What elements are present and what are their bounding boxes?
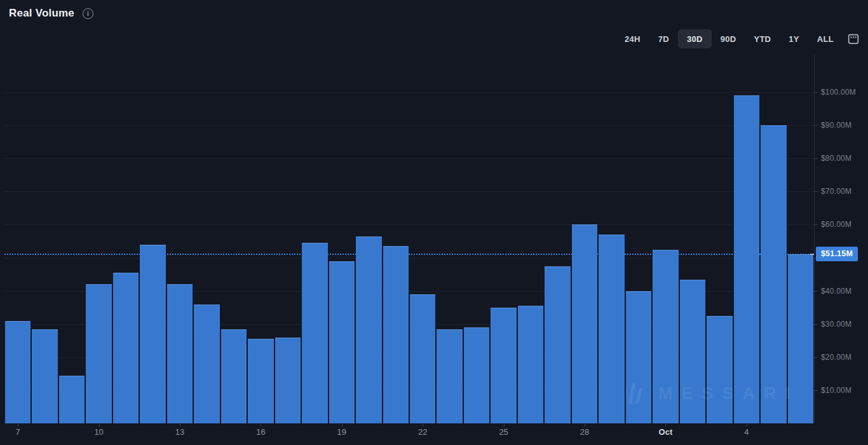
bar[interactable] (113, 273, 139, 423)
y-axis-label: $30.00M (821, 320, 851, 329)
y-axis-label: $70.00M (821, 187, 851, 196)
bar[interactable] (59, 376, 85, 424)
bar[interactable] (599, 235, 624, 423)
x-axis-label: 25 (499, 427, 508, 437)
current-value-tick (810, 254, 814, 255)
bar[interactable] (356, 236, 381, 424)
bar[interactable] (248, 339, 273, 423)
bar[interactable] (518, 306, 543, 423)
x-axis-tick (423, 424, 423, 427)
x-axis-label: 19 (337, 427, 346, 437)
bar[interactable] (194, 305, 219, 424)
bar[interactable] (140, 245, 165, 424)
y-axis-label: $60.00M (821, 220, 851, 229)
gridline (4, 191, 814, 192)
current-value-label: $51.15M (816, 247, 858, 261)
y-axis-label: $40.00M (821, 287, 851, 296)
x-axis-tick (747, 424, 747, 427)
x-axis-tick (180, 424, 180, 427)
x-axis-tick (504, 424, 505, 427)
y-axis-tick (814, 291, 818, 292)
bar[interactable] (653, 250, 678, 424)
bar[interactable] (464, 327, 489, 423)
bar[interactable] (707, 316, 732, 424)
x-axis-tick (18, 424, 18, 427)
bar[interactable] (437, 329, 462, 424)
bar[interactable] (734, 95, 759, 423)
gridline (4, 92, 814, 93)
chart-plot-area[interactable]: $51.15M $100.00M$90.00M$80.00M$70.00M$60… (0, 0, 868, 445)
bar[interactable] (572, 224, 597, 423)
y-axis-label: $90.00M (821, 121, 851, 130)
gridline (4, 158, 814, 159)
bar[interactable] (383, 246, 409, 423)
bar[interactable] (167, 284, 193, 423)
x-axis-label: Oct (659, 427, 673, 437)
y-axis-tick (814, 224, 818, 225)
x-axis-tick (585, 424, 585, 427)
current-value-line (4, 254, 814, 255)
real-volume-chart-panel: Real Volume i 24H7D30D90DYTD1YALL $51.15… (0, 0, 868, 445)
bar[interactable] (626, 291, 651, 424)
x-axis-label: 13 (175, 427, 184, 437)
bar[interactable] (302, 243, 327, 423)
bar[interactable] (545, 266, 570, 424)
x-axis-label: 7 (16, 427, 20, 437)
bar[interactable] (86, 284, 111, 423)
bar[interactable] (761, 125, 786, 423)
y-axis-label: $100.00M (821, 88, 856, 97)
x-axis-tick (342, 424, 342, 427)
x-axis-label: 10 (94, 427, 103, 437)
y-axis-label: $10.00M (821, 386, 851, 395)
bar[interactable] (275, 338, 301, 424)
bar[interactable] (788, 254, 813, 424)
gridline (4, 125, 814, 126)
x-axis-tick (99, 424, 100, 427)
bar[interactable] (410, 294, 435, 424)
bar[interactable] (680, 280, 705, 424)
y-axis-tick (814, 191, 818, 192)
y-axis-label: $80.00M (821, 154, 851, 163)
bar[interactable] (32, 329, 57, 424)
y-axis-label: $20.00M (821, 353, 851, 362)
gridline (4, 258, 814, 259)
y-axis-line (814, 55, 815, 423)
bar[interactable] (221, 329, 247, 424)
bar[interactable] (329, 261, 355, 424)
x-axis-tick (665, 424, 666, 427)
x-axis-label: 4 (744, 427, 749, 437)
gridline (4, 224, 814, 225)
y-axis-tick (814, 158, 818, 159)
x-axis-label: 28 (580, 427, 589, 437)
x-axis-tick (261, 424, 261, 427)
y-axis-tick (814, 92, 818, 93)
y-axis-tick (814, 324, 818, 325)
y-axis-tick (814, 357, 818, 358)
bar[interactable] (491, 308, 516, 424)
y-axis-tick (814, 125, 818, 126)
y-axis-tick (814, 390, 818, 391)
bar[interactable] (5, 321, 31, 424)
x-axis-label: 22 (418, 427, 427, 437)
x-axis-label: 16 (256, 427, 265, 437)
